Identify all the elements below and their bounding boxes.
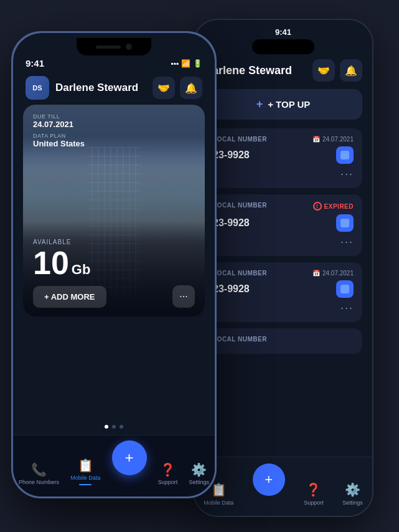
back-support-icon: ❓: [306, 482, 321, 497]
nav-support[interactable]: ❓ Support: [158, 462, 178, 485]
front-time: 9:41: [26, 58, 44, 69]
sim-card-1: LOCAL NUMBER 📅 24.07.2021 23-9928 ···: [204, 128, 362, 188]
sim-3-date: 📅 24.07.2021: [312, 270, 354, 277]
status-area: 9:41 ▪▪▪ 📶 🔋: [13, 33, 215, 69]
back-notch: [252, 39, 314, 54]
dot-1[interactable]: [105, 425, 108, 429]
settings-label: Settings: [189, 479, 209, 485]
expired-text: EXPIRED: [324, 203, 354, 210]
back-nav-support[interactable]: ❓ Support: [304, 482, 324, 506]
sim-1-label: LOCAL NUMBER: [213, 136, 267, 143]
bottom-nav: 📞 Phone Numbers 📋 Mobile Data + ❓ Suppor…: [13, 435, 215, 496]
carousel-dots: [13, 419, 215, 435]
expired-icon: !: [313, 202, 322, 211]
speaker: [96, 45, 121, 49]
back-phone: 9:41 Darlene Steward 🤝 🔔 + + TOP UP LOCA…: [193, 19, 373, 517]
plan-value: United States: [33, 139, 85, 148]
settings-icon: ⚙️: [191, 462, 207, 477]
dot-3[interactable]: [120, 425, 123, 429]
sim-3-number: 23-9928: [213, 283, 250, 295]
card-actions: + ADD MORE ···: [33, 285, 195, 308]
sim-1-number: 23-9928: [213, 150, 250, 161]
header-icons: 🤝 🔔: [153, 77, 202, 99]
card-top-info: DUE TILL 24.07.2021 DATA PLAN United Sta…: [33, 113, 85, 148]
top-up-plus-icon: +: [256, 98, 263, 111]
back-bell-icon[interactable]: 🔔: [340, 59, 362, 82]
camera: [126, 44, 132, 50]
expired-badge: ! EXPIRED: [313, 202, 354, 211]
bell-button[interactable]: 🔔: [180, 77, 202, 99]
mobile-data-label: Mobile Data: [70, 475, 100, 481]
sim-2-more-dots[interactable]: ···: [340, 235, 354, 249]
back-bottom-nav: 📋 Mobile Data + ❓ Support ⚙️ Settings: [194, 457, 372, 516]
back-settings-label: Settings: [342, 500, 363, 506]
status-icons: ▪▪▪ 📶 🔋: [171, 59, 202, 68]
nav-phone-numbers[interactable]: 📞 Phone Numbers: [19, 462, 59, 485]
front-notch: [77, 38, 151, 55]
more-dots-icon: ···: [179, 291, 187, 302]
card-bottom: AVAILABLE 10 Gb + ADD MORE ···: [23, 230, 205, 316]
back-settings-icon: ⚙️: [345, 482, 360, 497]
sim-card-4: LOCAL NUMBER: [204, 328, 362, 354]
nav-mobile-data[interactable]: 📋 Mobile Data: [70, 458, 100, 485]
back-status-bar: 9:41: [194, 20, 372, 39]
sim-2-number: 23-9928: [213, 217, 250, 229]
add-more-button[interactable]: + ADD MORE: [33, 286, 106, 308]
sim-2-toggle[interactable]: [336, 214, 354, 232]
card-more-dots-button[interactable]: ···: [172, 285, 195, 308]
sim-1-date: 📅 24.07.2021: [312, 136, 354, 143]
user-info: DS Darlene Steward: [26, 76, 138, 100]
front-status-bar: 9:41 ▪▪▪ 📶 🔋: [13, 55, 215, 69]
add-more-label: + ADD MORE: [44, 292, 95, 302]
dot-2[interactable]: [112, 425, 116, 429]
back-mobile-data-label: Mobile Data: [204, 500, 233, 506]
data-card: DUE TILL 24.07.2021 DATA PLAN United Sta…: [23, 105, 205, 316]
due-label: DUE TILL: [33, 113, 85, 120]
signal-icon: ▪▪▪: [171, 59, 179, 68]
front-header: DS Darlene Steward 🤝 🔔: [13, 69, 215, 105]
front-phone: 9:41 ▪▪▪ 📶 🔋 DS Darlene Stewar: [11, 31, 217, 498]
top-up-button[interactable]: + + TOP UP: [204, 89, 362, 120]
support-label: Support: [158, 479, 178, 485]
handshake-button[interactable]: 🤝: [153, 77, 175, 99]
back-support-label: Support: [304, 500, 324, 506]
active-indicator: [79, 484, 92, 485]
avatar: DS: [26, 76, 49, 100]
back-fab-button[interactable]: +: [253, 463, 285, 496]
back-header: Darlene Steward 🤝 🔔: [204, 54, 362, 89]
back-time: 9:41: [275, 27, 291, 37]
avatar-initials: DS: [32, 84, 42, 92]
wifi-icon: 📶: [181, 59, 190, 68]
battery-icon: 🔋: [193, 59, 202, 68]
sim-2-label: LOCAL NUMBER: [213, 202, 267, 209]
sim-1-more-dots[interactable]: ···: [340, 168, 354, 181]
back-handshake-icon[interactable]: 🤝: [312, 59, 335, 82]
top-up-label: + TOP UP: [268, 99, 310, 110]
nav-settings[interactable]: ⚙️ Settings: [189, 462, 209, 485]
plan-label: DATA PLAN: [33, 133, 85, 139]
back-nav-settings[interactable]: ⚙️ Settings: [342, 482, 363, 506]
back-username: Darlene Steward: [204, 64, 292, 77]
gb-display: 10 Gb: [33, 247, 195, 279]
user-name: Darlene Steward: [55, 82, 138, 94]
sim-1-toggle[interactable]: [336, 146, 354, 164]
mobile-data-icon: 📋: [78, 458, 93, 473]
support-icon: ❓: [160, 462, 176, 477]
card-area: DUE TILL 24.07.2021 DATA PLAN United Sta…: [13, 105, 215, 419]
phone-numbers-icon: 📞: [31, 462, 47, 477]
sim-3-label: LOCAL NUMBER: [213, 270, 267, 277]
sim-3-more-dots[interactable]: ···: [340, 302, 354, 315]
phone-numbers-label: Phone Numbers: [19, 479, 59, 485]
fab-add-button[interactable]: +: [112, 440, 147, 475]
sim-card-2: LOCAL NUMBER ! EXPIRED 23-9928 ···: [204, 194, 362, 256]
due-date: 24.07.2021: [33, 120, 85, 129]
gb-unit: Gb: [72, 262, 91, 278]
sim-3-toggle[interactable]: [336, 280, 354, 298]
gb-number: 10: [33, 247, 69, 279]
sim-card-3: LOCAL NUMBER 📅 24.07.2021 23-9928 ···: [204, 262, 362, 322]
sim-4-label: LOCAL NUMBER: [213, 336, 267, 343]
